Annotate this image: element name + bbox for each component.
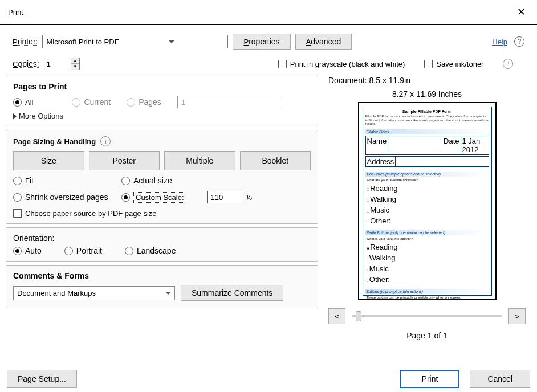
custom-scale-label: Custom Scale: (133, 192, 186, 203)
printer-value: Microsoft Print to PDF (46, 38, 119, 46)
custom-scale-input[interactable] (207, 191, 243, 203)
pages-range-input[interactable] (177, 96, 282, 108)
pages-current-radio[interactable] (72, 98, 80, 107)
copies-input[interactable] (44, 58, 71, 70)
fit-label: Fit (25, 176, 34, 185)
pages-to-print-section: Pages to Print All Current Pages (6, 76, 318, 126)
pages-range-radio[interactable] (127, 98, 135, 107)
page-indicator: Page 1 of 1 (326, 331, 528, 340)
pages-current-label: Current (84, 97, 111, 107)
paper-source-label: Choose paper source by PDF page size (25, 209, 157, 218)
shrink-radio[interactable] (13, 193, 22, 202)
comments-section: Comments & Forms Document and Markups Su… (6, 265, 318, 307)
orient-portrait-radio[interactable] (64, 247, 73, 255)
grayscale-label: Print in grayscale (black and white) (290, 60, 405, 68)
preview-next-button[interactable]: > (508, 308, 526, 324)
slider-thumb[interactable] (356, 311, 361, 321)
cancel-button[interactable]: Cancel (470, 370, 530, 388)
preview-prev-button[interactable]: < (328, 308, 345, 324)
help-link[interactable]: Help (492, 37, 507, 46)
preview-zoom-slider[interactable] (352, 315, 502, 317)
printer-select[interactable]: Microsoft Print to PDF (42, 35, 228, 48)
orient-landscape-radio[interactable] (125, 247, 133, 255)
pages-all-label: All (25, 97, 33, 107)
orient-landscape-label: Landscape (137, 246, 176, 255)
booklet-button[interactable]: Booklet (240, 151, 311, 170)
sizing-title: Page Sizing & Handling i (13, 136, 311, 146)
sizing-section: Page Sizing & Handling i Size Poster Mul… (6, 130, 318, 224)
save-ink-label: Save ink/toner (436, 60, 483, 68)
print-button[interactable]: Print (400, 370, 460, 388)
orientation-section: Orientation: Auto Portrait Landscape (6, 227, 318, 262)
copies-label: Copies: (13, 59, 39, 68)
pages-range-label: Pages (139, 97, 161, 107)
help-icon[interactable]: ? (514, 36, 524, 47)
preview-dimensions: 8.27 x 11.69 Inches (326, 89, 528, 99)
page-preview: Sample Fillable PDF Form Fillable PDF fo… (358, 102, 497, 300)
chevron-down-icon (165, 292, 171, 295)
info-icon[interactable]: i (100, 136, 111, 146)
actual-size-radio[interactable] (121, 177, 130, 185)
paper-source-checkbox[interactable] (13, 209, 22, 218)
summarize-comments-button[interactable]: Summarize Comments (181, 285, 283, 301)
triangle-right-icon (13, 113, 17, 119)
page-setup-button[interactable]: Page Setup... (7, 370, 77, 388)
copies-spinner[interactable]: ▲ ▼ (71, 58, 80, 70)
percent-label: % (246, 193, 253, 202)
printer-label: Printer: (13, 37, 38, 46)
multiple-button[interactable]: Multiple (164, 151, 235, 170)
grayscale-checkbox[interactable] (278, 60, 287, 68)
pages-title: Pages to Print (13, 82, 311, 91)
custom-scale-radio[interactable] (121, 193, 130, 202)
poster-button[interactable]: Poster (89, 151, 160, 170)
chevron-down-icon (169, 40, 174, 43)
actual-size-label: Actual size (133, 176, 172, 185)
spinner-up-icon[interactable]: ▲ (71, 58, 79, 64)
spinner-down-icon[interactable]: ▼ (71, 64, 79, 70)
orient-auto-label: Auto (25, 246, 42, 255)
orient-portrait-label: Portrait (76, 246, 102, 255)
more-options-label: More Options (19, 112, 63, 120)
comments-select[interactable]: Document and Markups (13, 286, 175, 300)
save-ink-checkbox[interactable] (424, 60, 433, 68)
comments-value: Document and Markups (17, 289, 96, 297)
comments-title: Comments & Forms (13, 271, 311, 280)
orient-auto-radio[interactable] (13, 247, 22, 255)
titlebar: Print ✕ (0, 0, 537, 24)
pages-all-radio[interactable] (13, 98, 22, 107)
close-icon[interactable]: ✕ (514, 5, 529, 19)
size-button[interactable]: Size (13, 151, 84, 170)
document-dimensions: Document: 8.5 x 11.9in (326, 76, 528, 85)
info-icon[interactable]: i (503, 59, 513, 69)
more-options-toggle[interactable]: More Options (13, 112, 311, 120)
shrink-label: Shrink oversized pages (25, 193, 108, 202)
orientation-title: Orientation: (13, 234, 311, 243)
window-title: Print (8, 8, 23, 17)
advanced-button[interactable]: Advanced (295, 34, 352, 50)
fit-radio[interactable] (13, 177, 22, 185)
properties-button[interactable]: Properties (233, 34, 290, 50)
